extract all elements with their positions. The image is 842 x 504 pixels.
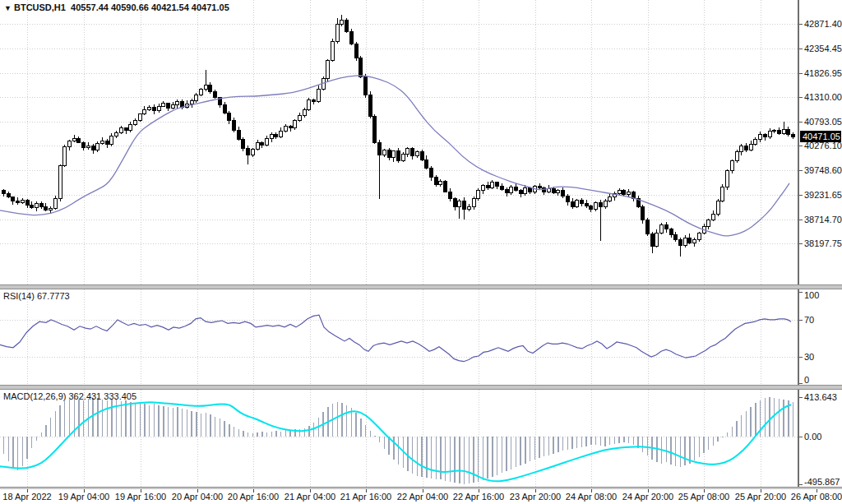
rsi-axis[interactable]: 10070300 bbox=[798, 289, 842, 385]
rsi-axis-tick bbox=[799, 292, 803, 293]
time-axis-label: 19 Apr 04:00 bbox=[58, 492, 109, 502]
price-axis-label: 39748.60 bbox=[804, 165, 842, 175]
price-axis-label: 42354.45 bbox=[804, 44, 842, 53]
time-axis-label: 18 Apr 2022 bbox=[2, 492, 51, 502]
candle-body bbox=[453, 199, 456, 207]
candle-body bbox=[529, 188, 532, 192]
price-axis[interactable]: 42871.4042354.4541826.9541310.0040793.05… bbox=[798, 0, 842, 284]
time-axis-label: 23 Apr 20:00 bbox=[510, 492, 561, 502]
candle-body bbox=[162, 104, 165, 106]
candle-body bbox=[237, 131, 240, 139]
candle-body bbox=[594, 203, 598, 210]
candle-body bbox=[510, 187, 513, 192]
candle-body bbox=[458, 201, 461, 207]
candle-body bbox=[566, 197, 569, 202]
price-axis-tick bbox=[799, 49, 803, 49]
candle-body bbox=[138, 114, 141, 121]
candle-body bbox=[683, 238, 687, 246]
macd-axis-label: -495.867 bbox=[804, 477, 840, 487]
time-axis-label: 26 Apr 08:00 bbox=[791, 492, 842, 502]
candle-body bbox=[298, 116, 302, 121]
price-axis-tick bbox=[799, 97, 803, 98]
candle-body bbox=[500, 186, 503, 189]
candle-body bbox=[538, 186, 541, 187]
candle-body bbox=[308, 100, 311, 109]
candle-body bbox=[176, 101, 179, 104]
candle-body bbox=[580, 200, 583, 203]
candle-body bbox=[678, 239, 682, 245]
candle-body bbox=[331, 41, 335, 60]
candle-body bbox=[152, 107, 155, 111]
candle-body bbox=[30, 205, 34, 207]
candle-body bbox=[430, 169, 433, 178]
symbol-dropdown-icon[interactable]: ▼ bbox=[4, 4, 12, 12]
time-axis[interactable]: 18 Apr 202219 Apr 04:0019 Apr 16:0020 Ap… bbox=[0, 489, 842, 504]
price-axis-tick bbox=[799, 24, 803, 25]
candle-body bbox=[688, 238, 692, 243]
candle-body bbox=[415, 152, 419, 156]
candle-body bbox=[496, 183, 499, 187]
candle-body bbox=[754, 139, 757, 144]
candle-body bbox=[707, 220, 710, 226]
candle-body bbox=[242, 139, 245, 148]
time-axis-label: 20 Apr 04:00 bbox=[172, 492, 223, 502]
candle-body bbox=[58, 166, 62, 199]
candle-body bbox=[749, 144, 752, 150]
time-axis-label: 25 Apr 08:00 bbox=[678, 492, 729, 502]
candle-body bbox=[359, 58, 363, 76]
candle-body bbox=[195, 95, 198, 100]
candle-body bbox=[604, 201, 607, 207]
candle-body bbox=[12, 197, 15, 201]
time-axis-label: 22 Apr 04:00 bbox=[397, 492, 448, 502]
candle-body bbox=[214, 92, 217, 98]
macd-axis-label: 413.643 bbox=[804, 392, 837, 402]
price-axis-label: 38714.70 bbox=[804, 215, 842, 224]
candle-body bbox=[119, 128, 123, 132]
candle-body bbox=[266, 139, 269, 146]
main-chart-canvas[interactable] bbox=[0, 0, 798, 284]
candle-body bbox=[599, 203, 602, 207]
candle-body bbox=[524, 188, 527, 194]
candle-body bbox=[35, 203, 39, 207]
candle-body bbox=[650, 234, 654, 247]
candle-body bbox=[349, 32, 353, 44]
candle-body bbox=[392, 151, 396, 158]
candle-body bbox=[406, 149, 409, 155]
candle-body bbox=[655, 233, 659, 247]
candle-body bbox=[223, 104, 226, 113]
candle-body bbox=[777, 130, 780, 133]
macd-axis[interactable]: 413.6430.00-495.867 bbox=[798, 390, 842, 487]
candle-body bbox=[744, 146, 747, 150]
candle-body bbox=[627, 192, 631, 194]
macd-chart-canvas[interactable] bbox=[0, 390, 798, 487]
rsi-axis-label: 70 bbox=[804, 315, 814, 325]
candle-body bbox=[101, 141, 104, 143]
candle-body bbox=[157, 106, 160, 111]
price-axis-label: 42871.40 bbox=[804, 19, 842, 29]
time-axis-label: 24 Apr 20:00 bbox=[622, 492, 673, 502]
candle-body bbox=[759, 134, 762, 139]
candle-body bbox=[608, 197, 612, 201]
rsi-chart-canvas[interactable] bbox=[0, 289, 798, 385]
candle-body bbox=[693, 239, 696, 243]
candle-body bbox=[557, 190, 560, 192]
candle-body bbox=[730, 161, 733, 170]
candle-body bbox=[105, 141, 109, 145]
ohlc-values: 40557.44 40590.66 40421.54 40471.05 bbox=[71, 2, 229, 12]
candle-body bbox=[467, 206, 470, 209]
rsi-axis-tick bbox=[799, 383, 803, 384]
candle-body bbox=[335, 24, 339, 41]
price-axis-tick bbox=[799, 195, 803, 196]
price-axis-tick bbox=[799, 170, 803, 171]
candle-body bbox=[143, 109, 146, 114]
candle-body bbox=[768, 132, 771, 137]
candle-body bbox=[660, 224, 664, 233]
candle-body bbox=[420, 152, 423, 160]
chart-title: ▼ BTCUSD,H1 40557.44 40590.66 40421.54 4… bbox=[4, 2, 229, 12]
candle-body bbox=[552, 189, 555, 193]
candle-body bbox=[364, 76, 368, 95]
candle-body bbox=[209, 86, 212, 92]
candle-body bbox=[444, 182, 447, 192]
candle-body bbox=[233, 120, 236, 131]
macd-signal-line bbox=[0, 402, 791, 481]
